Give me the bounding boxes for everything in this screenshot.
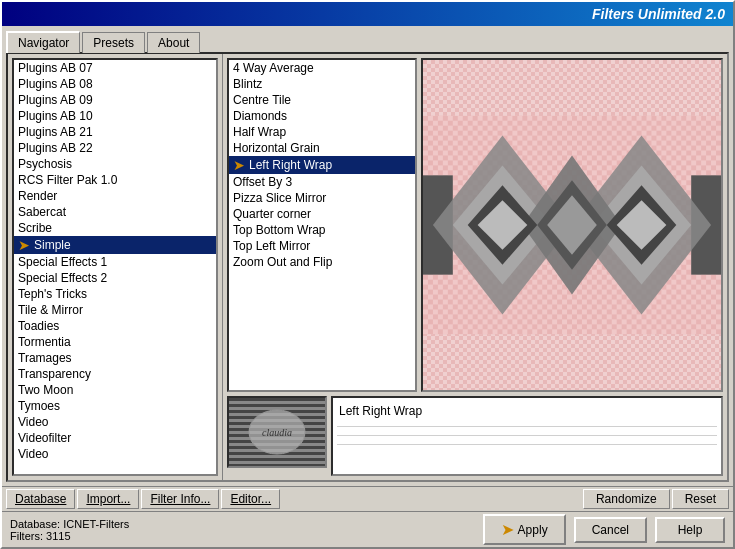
filter-list-item[interactable]: Quarter corner (229, 206, 415, 222)
left-list-item[interactable]: Special Effects 2 (14, 270, 216, 286)
database-status: Database: ICNET-Filters (10, 518, 475, 530)
filter-list-item[interactable]: Horizontal Grain (229, 140, 415, 156)
left-panel: Plugins AB 07Plugins AB 08Plugins AB 09P… (8, 54, 223, 480)
filter-item-label: Horizontal Grain (233, 141, 320, 155)
left-list-item[interactable]: Plugins AB 22 (14, 140, 216, 156)
left-list-item[interactable]: Scribe (14, 220, 216, 236)
list-item-label: Tramages (18, 351, 72, 365)
filter-list-item[interactable]: Top Bottom Wrap (229, 222, 415, 238)
filter-item-label: Half Wrap (233, 125, 286, 139)
database-value: ICNET-Filters (63, 518, 129, 530)
filter-name-panel: Left Right Wrap (331, 396, 723, 476)
reset-button[interactable]: Reset (672, 489, 729, 509)
list-item-label: Tymoes (18, 399, 60, 413)
list-item-label: Simple (34, 238, 71, 252)
left-list-item[interactable]: Render (14, 188, 216, 204)
left-list-item[interactable]: Toadies (14, 318, 216, 334)
randomize-button[interactable]: Randomize (583, 489, 670, 509)
list-item-label: Two Moon (18, 383, 73, 397)
bottom-toolbar: Database Import... Filter Info... Editor… (2, 486, 733, 511)
left-list-item[interactable]: RCS Filter Pak 1.0 (14, 172, 216, 188)
list-item-label: Tile & Mirror (18, 303, 83, 317)
list-item-label: Special Effects 2 (18, 271, 107, 285)
help-button[interactable]: Help (655, 517, 725, 543)
filter-arrow-indicator-icon: ➤ (233, 157, 245, 173)
list-item-label: Video (18, 415, 48, 429)
filter-item-label: 4 Way Average (233, 61, 314, 75)
tab-about[interactable]: About (147, 32, 200, 53)
middle-section: 4 Way AverageBlintzCentre TileDiamondsHa… (227, 58, 723, 392)
left-list-item[interactable]: ➤Simple (14, 236, 216, 254)
left-list-item[interactable]: Videofilter (14, 430, 216, 446)
divider-line-2 (337, 435, 717, 436)
filter-item-label: Offset By 3 (233, 175, 292, 189)
list-item-label: Scribe (18, 221, 52, 235)
left-list-item[interactable]: Plugins AB 08 (14, 76, 216, 92)
left-list-item[interactable]: Video (14, 446, 216, 462)
filter-list-item[interactable]: Half Wrap (229, 124, 415, 140)
filter-list-item[interactable]: Zoom Out and Flip (229, 254, 415, 270)
filter-list-item[interactable]: Offset By 3 (229, 174, 415, 190)
left-list-item[interactable]: Transparency (14, 366, 216, 382)
left-list-item[interactable]: Plugins AB 09 (14, 92, 216, 108)
left-list-item[interactable]: Tile & Mirror (14, 302, 216, 318)
filter-info-button[interactable]: Filter Info... (141, 489, 219, 509)
filter-list-item[interactable]: Blintz (229, 76, 415, 92)
filters-label: Filters: (10, 530, 43, 542)
left-list-item[interactable]: Plugins AB 21 (14, 124, 216, 140)
filter-list-item[interactable]: ➤Left Right Wrap (229, 156, 415, 174)
left-list-item[interactable]: Plugins AB 10 (14, 108, 216, 124)
list-item-label: Plugins AB 08 (18, 77, 93, 91)
left-list[interactable]: Plugins AB 07Plugins AB 08Plugins AB 09P… (12, 58, 218, 476)
status-info: Database: ICNET-Filters Filters: 3115 (10, 518, 475, 542)
filter-list-item[interactable]: Pizza Slice Mirror (229, 190, 415, 206)
left-list-item[interactable]: Special Effects 1 (14, 254, 216, 270)
filter-item-label: Blintz (233, 77, 262, 91)
list-item-label: Plugins AB 07 (18, 61, 93, 75)
claudia-thumbnail: claudia (229, 398, 325, 466)
right-panel: 4 Way AverageBlintzCentre TileDiamondsHa… (223, 54, 727, 480)
svg-text:claudia: claudia (262, 427, 292, 438)
left-list-item[interactable]: Tramages (14, 350, 216, 366)
filters-status: Filters: 3115 (10, 530, 475, 542)
tab-navigator[interactable]: Navigator (6, 31, 80, 53)
toolbar-spacer (282, 489, 581, 509)
filter-list-item[interactable]: Centre Tile (229, 92, 415, 108)
thumbnail-image: claudia (229, 398, 325, 466)
tab-presets[interactable]: Presets (82, 32, 145, 53)
status-bar: Database: ICNET-Filters Filters: 3115 ➤ … (2, 511, 733, 547)
divider-line (337, 426, 717, 427)
thumbnail-area: claudia (227, 396, 327, 468)
list-item-label: RCS Filter Pak 1.0 (18, 173, 117, 187)
preview-image (423, 60, 721, 390)
list-item-label: Render (18, 189, 57, 203)
arrow-indicator-icon: ➤ (18, 237, 30, 253)
apply-button[interactable]: ➤ Apply (483, 514, 566, 545)
list-item-label: Transparency (18, 367, 91, 381)
editor-button[interactable]: Editor... (221, 489, 280, 509)
list-item-label: Video (18, 447, 48, 461)
import-button[interactable]: Import... (77, 489, 139, 509)
filter-list-item[interactable]: Top Left Mirror (229, 238, 415, 254)
list-item-label: Special Effects 1 (18, 255, 107, 269)
list-item-label: Videofilter (18, 431, 71, 445)
filter-list-item[interactable]: Diamonds (229, 108, 415, 124)
filter-list-item[interactable]: 4 Way Average (229, 60, 415, 76)
title-bar: Filters Unlimited 2.0 (2, 2, 733, 26)
left-list-item[interactable]: Psychosis (14, 156, 216, 172)
filter-name-display: Left Right Wrap (337, 402, 717, 420)
left-list-item[interactable]: Video (14, 414, 216, 430)
filter-list[interactable]: 4 Way AverageBlintzCentre TileDiamondsHa… (227, 58, 417, 392)
cancel-button[interactable]: Cancel (574, 517, 647, 543)
arrow-indicator-apply: ➤ (501, 520, 514, 539)
left-list-item[interactable]: Plugins AB 07 (14, 60, 216, 76)
left-list-item[interactable]: Tymoes (14, 398, 216, 414)
left-list-item[interactable]: Tormentia (14, 334, 216, 350)
list-item-label: Plugins AB 09 (18, 93, 93, 107)
left-list-item[interactable]: Two Moon (14, 382, 216, 398)
left-list-item[interactable]: Teph's Tricks (14, 286, 216, 302)
filter-item-label: Zoom Out and Flip (233, 255, 332, 269)
divider-line-3 (337, 444, 717, 445)
left-list-item[interactable]: Sabercat (14, 204, 216, 220)
database-button[interactable]: Database (6, 489, 75, 509)
